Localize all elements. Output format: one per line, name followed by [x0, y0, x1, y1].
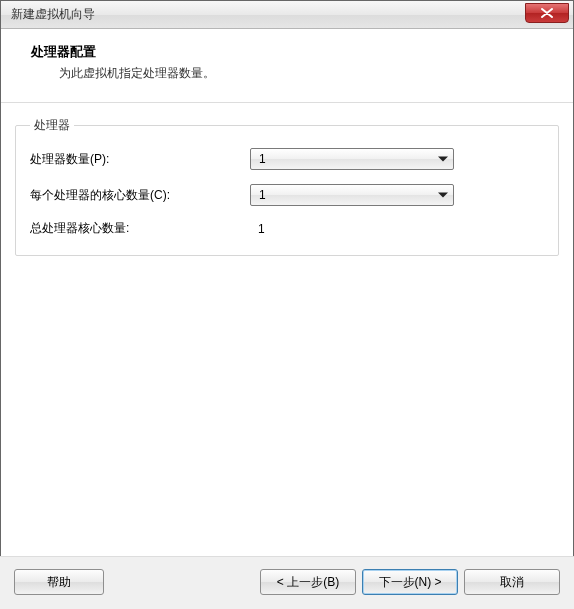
help-button[interactable]: 帮助: [14, 569, 104, 595]
label-total-cores: 总处理器核心数量:: [30, 220, 250, 237]
processors-legend: 处理器: [30, 117, 74, 134]
row-total-cores: 总处理器核心数量: 1: [30, 220, 544, 237]
back-button[interactable]: < 上一步(B): [260, 569, 356, 595]
chevron-down-icon: [438, 157, 448, 162]
title-bar: 新建虚拟机向导: [1, 1, 573, 29]
window-title: 新建虚拟机向导: [11, 6, 95, 23]
next-button[interactable]: 下一步(N) >: [362, 569, 458, 595]
label-cores-per-processor: 每个处理器的核心数量(C):: [30, 187, 250, 204]
close-button[interactable]: [525, 3, 569, 23]
page-title: 处理器配置: [31, 43, 553, 61]
content-area: 处理器 处理器数量(P): 1 每个处理器的核心数量(C): 1: [1, 103, 573, 256]
close-icon: [541, 8, 553, 18]
chevron-down-icon: [438, 193, 448, 198]
row-cores-per-processor: 每个处理器的核心数量(C): 1: [30, 184, 544, 206]
processors-group: 处理器 处理器数量(P): 1 每个处理器的核心数量(C): 1: [15, 117, 559, 256]
wizard-header: 处理器配置 为此虚拟机指定处理器数量。: [1, 29, 573, 103]
processor-count-value: 1: [259, 152, 266, 166]
total-cores-value: 1: [250, 222, 265, 236]
processor-count-select[interactable]: 1: [250, 148, 454, 170]
wizard-footer: 帮助 < 上一步(B) 下一步(N) > 取消: [0, 556, 574, 609]
row-processor-count: 处理器数量(P): 1: [30, 148, 544, 170]
label-processor-count: 处理器数量(P):: [30, 151, 250, 168]
cores-per-processor-value: 1: [259, 188, 266, 202]
page-subtitle: 为此虚拟机指定处理器数量。: [59, 65, 553, 82]
cores-per-processor-select[interactable]: 1: [250, 184, 454, 206]
cancel-button[interactable]: 取消: [464, 569, 560, 595]
